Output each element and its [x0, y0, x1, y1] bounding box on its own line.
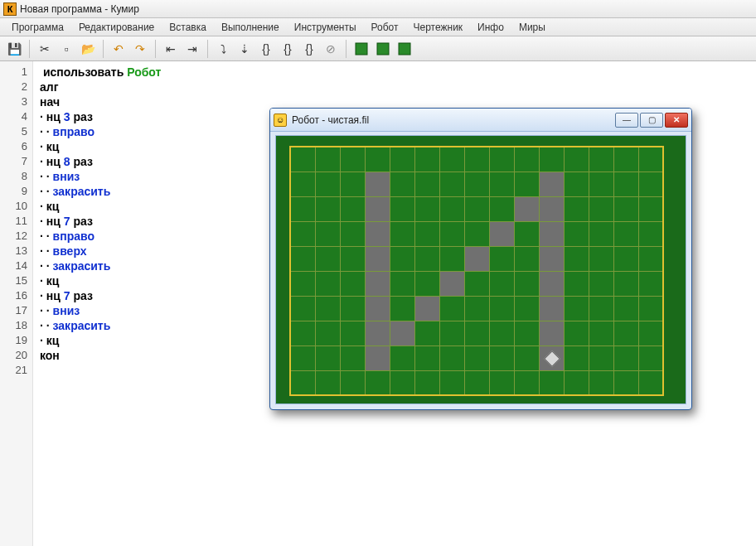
grid-cell [440, 222, 465, 247]
menu-чертежник[interactable]: Чертежник [407, 20, 470, 35]
open-button[interactable]: 📂 [79, 40, 97, 58]
grid-cell [614, 197, 639, 222]
painted-cell [366, 346, 390, 371]
braces3-button[interactable]: {} [300, 40, 318, 58]
grid-cell [440, 172, 465, 197]
painted-cell [390, 321, 415, 346]
code-line[interactable]: · · закрасить [40, 259, 161, 273]
grid-cell [515, 346, 540, 371]
code-line[interactable] [40, 363, 161, 378]
code-line[interactable]: · кц [40, 273, 161, 288]
menu-робот[interactable]: Робот [365, 20, 405, 35]
grid1-button[interactable] [352, 40, 371, 58]
painted-cell [366, 222, 390, 247]
code-line[interactable]: · · вправо [40, 124, 161, 139]
robot-field[interactable] [276, 136, 686, 403]
line-number: 1 [0, 65, 27, 80]
code-editor[interactable]: использовать Роботалгнач· нц 3 раз· · вп… [33, 61, 161, 546]
grid-cell [465, 297, 490, 321]
code-line[interactable]: нач [40, 94, 161, 109]
menu-миры[interactable]: Миры [512, 20, 552, 35]
code-line[interactable]: · · вправо [40, 229, 161, 244]
grid-cell [614, 371, 639, 396]
grid-cell [639, 346, 664, 371]
code-line[interactable]: · нц 7 раз [40, 288, 161, 303]
close-button[interactable]: ✕ [665, 113, 688, 128]
step-over-button[interactable]: ⇣ [235, 40, 254, 58]
grid-cell [440, 247, 465, 272]
painted-cell [366, 297, 390, 321]
grid-cell [341, 371, 366, 396]
grid-cell [341, 172, 366, 197]
undo-button[interactable]: ↶ [109, 40, 128, 58]
grid-cell [614, 321, 639, 346]
menu-вставка[interactable]: Вставка [162, 20, 213, 35]
robot-window[interactable]: ☺ Робот - чистая.fil — ▢ ✕ [269, 108, 692, 410]
grid3-button[interactable] [395, 40, 414, 58]
code-line[interactable]: алг [40, 80, 161, 94]
grid-cell [589, 222, 614, 247]
main-titlebar: К Новая программа - Кумир [0, 0, 756, 18]
code-line[interactable]: · · закрасить [40, 318, 161, 333]
grid-cell [589, 172, 614, 197]
grid-cell [316, 297, 341, 321]
code-line[interactable]: · кц [40, 199, 161, 214]
step-in-button[interactable]: ⤵ [214, 40, 232, 58]
painted-cell [366, 247, 390, 272]
braces2-button[interactable]: {} [279, 40, 297, 58]
code-line[interactable]: · кц [40, 139, 161, 154]
indent-right-button[interactable]: ⇥ [183, 40, 201, 58]
minimize-button[interactable]: — [615, 113, 638, 128]
grid-cell [614, 172, 639, 197]
painted-cell [366, 197, 390, 222]
grid-cell [490, 346, 515, 371]
painted-cell [415, 297, 440, 321]
grid-cell [465, 371, 490, 396]
indent-left-button[interactable]: ⇤ [162, 40, 180, 58]
code-line[interactable]: · · закрасить [40, 184, 161, 199]
menu-редактирование[interactable]: Редактирование [72, 20, 161, 35]
redo-button[interactable]: ↷ [131, 40, 149, 58]
grid-cell [341, 297, 366, 321]
stop-button[interactable]: ⊘ [322, 40, 340, 58]
grid-cell [540, 147, 565, 172]
menu-инструменты[interactable]: Инструменты [288, 20, 363, 35]
grid-cell [440, 321, 465, 346]
code-line[interactable]: · кц [40, 333, 161, 348]
menu-выполнение[interactable]: Выполнение [215, 20, 286, 35]
robot-titlebar[interactable]: ☺ Робот - чистая.fil — ▢ ✕ [270, 109, 691, 132]
code-line[interactable]: · · вниз [40, 169, 161, 184]
cut-button[interactable]: ✂ [36, 40, 54, 58]
menu-инфо[interactable]: Инфо [471, 20, 511, 35]
code-line[interactable]: · нц 8 раз [40, 154, 161, 169]
new-button[interactable]: ▫ [57, 40, 75, 58]
save-button[interactable]: 💾 [5, 40, 23, 58]
painted-cell [540, 197, 565, 222]
grid-cell [465, 321, 490, 346]
grid-cell [390, 346, 415, 371]
code-line[interactable]: использовать Робот [40, 65, 161, 80]
grid-cell [515, 172, 540, 197]
grid-cell [316, 222, 341, 247]
line-number: 19 [0, 333, 27, 348]
grid-cell [291, 346, 316, 371]
grid-cell [589, 247, 614, 272]
code-line[interactable]: кон [40, 348, 161, 363]
menu-программа[interactable]: Программа [5, 20, 70, 35]
maximize-button[interactable]: ▢ [640, 113, 663, 128]
painted-cell [366, 272, 390, 297]
grid-cell [415, 321, 440, 346]
grid-cell [565, 172, 589, 197]
code-line[interactable]: · нц 3 раз [40, 109, 161, 124]
grid-cell [639, 272, 664, 297]
code-line[interactable]: · · вниз [40, 303, 161, 318]
grid2-button[interactable] [374, 40, 392, 58]
toolbar-separator [207, 40, 208, 58]
code-line[interactable]: · · вверх [40, 244, 161, 259]
grid-cell [515, 272, 540, 297]
grid-cell [465, 147, 490, 172]
grid-cell [390, 272, 415, 297]
braces1-button[interactable]: {} [257, 40, 275, 58]
code-line[interactable]: · нц 7 раз [40, 214, 161, 229]
grid-cell [490, 147, 515, 172]
